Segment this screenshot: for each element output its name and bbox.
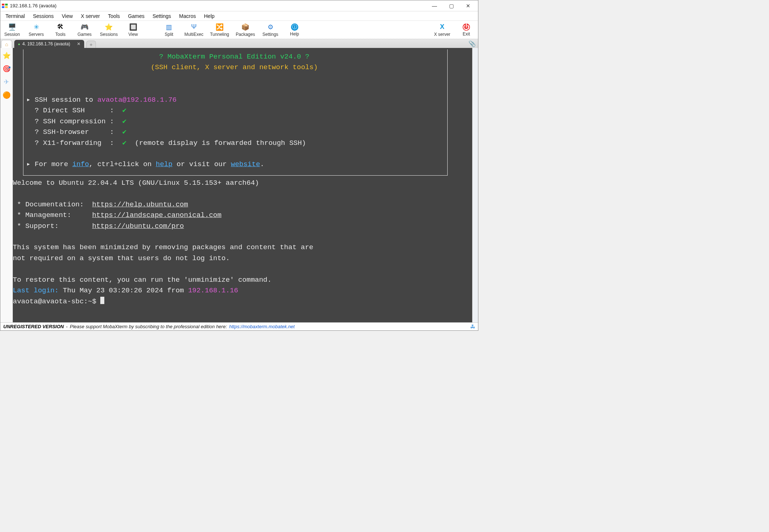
split-button[interactable]: ▥Split bbox=[160, 23, 178, 37]
help-link[interactable]: help bbox=[156, 160, 173, 168]
menu-tools[interactable]: Tools bbox=[104, 12, 124, 20]
paperplane-icon[interactable]: ✈ bbox=[4, 78, 9, 86]
help-button[interactable]: ⓘHelp bbox=[286, 23, 303, 37]
menu-sessions[interactable]: Sessions bbox=[29, 12, 57, 20]
statusbar: UNREGISTERED VERSION - Please support Mo… bbox=[0, 322, 478, 330]
cursor bbox=[100, 297, 104, 304]
exit-button[interactable]: ⏻Exit bbox=[458, 23, 475, 37]
minimize-button[interactable]: — bbox=[426, 0, 443, 11]
session-tab[interactable]: ● 4. 192.168.1.76 (avaota) ✕ bbox=[14, 40, 84, 48]
tools-button[interactable]: 🛠Tools bbox=[52, 23, 69, 37]
terminal-wrap: ? MobaXterm Personal Edition v24.0 ? (SS… bbox=[13, 48, 478, 322]
dot: . bbox=[260, 160, 264, 168]
status-message: Please support MobaXterm by subscribing … bbox=[70, 324, 227, 329]
ssh-browser-line: ? SSH-browser : bbox=[35, 128, 118, 136]
menu-terminal[interactable]: Terminal bbox=[2, 12, 29, 20]
multiexec-icon: Ψ bbox=[190, 23, 198, 31]
toolbar-left: 🖥️Session ✳Servers 🛠Tools 🎮Games ⭐Sessio… bbox=[3, 23, 303, 37]
xserver-icon: X bbox=[438, 23, 446, 31]
tabstrip: ⌂ ● 4. 192.168.1.76 (avaota) ✕ + 📎 bbox=[0, 39, 478, 48]
lastlogin-ip: 192.168.1.16 bbox=[188, 286, 238, 295]
view-icon: 🔲 bbox=[129, 23, 137, 31]
ssh-compression-line: ? SSH compression : bbox=[35, 117, 118, 125]
lastlogin-label: Last login: bbox=[13, 286, 59, 295]
split-icon: ▥ bbox=[165, 23, 173, 31]
sup-label: * Support: bbox=[13, 222, 92, 230]
multiexec-label: MultiExec bbox=[184, 32, 204, 37]
more-mid: , ctrl+click on bbox=[89, 160, 156, 168]
xserver-button[interactable]: XX server bbox=[433, 23, 451, 37]
terminal[interactable]: ? MobaXterm Personal Edition v24.0 ? (SS… bbox=[13, 48, 472, 322]
servers-icon: ✳ bbox=[32, 23, 40, 31]
session-label: Session bbox=[4, 32, 20, 37]
close-button[interactable]: ✕ bbox=[460, 0, 477, 11]
scrollbar[interactable] bbox=[472, 48, 478, 322]
games-button[interactable]: 🎮Games bbox=[76, 23, 93, 37]
check-icon: ✔ bbox=[122, 106, 126, 115]
target-icon[interactable]: 🎯 bbox=[3, 65, 11, 73]
network-icon[interactable]: 🖧 bbox=[470, 324, 475, 329]
menu-view[interactable]: View bbox=[58, 12, 76, 20]
home-icon: ⌂ bbox=[5, 41, 8, 47]
direct-ssh-line: ? Direct SSH : bbox=[35, 106, 118, 115]
xserver-label: X server bbox=[434, 32, 451, 37]
home-tab[interactable]: ⌂ bbox=[1, 40, 12, 48]
prompt: avaota@avaota-sbc:~$ bbox=[13, 297, 100, 306]
minimize-line-2: not required on a system that users do n… bbox=[13, 254, 230, 262]
svg-rect-1 bbox=[5, 4, 8, 5]
games-label: Games bbox=[78, 32, 92, 37]
add-tab[interactable]: + bbox=[86, 41, 96, 48]
mgmt-url[interactable]: https://landscape.canonical.com bbox=[92, 211, 221, 219]
tab-close-icon[interactable]: ✕ bbox=[77, 41, 81, 46]
session-icon: 🖥️ bbox=[8, 23, 16, 31]
check-icon: ✔ bbox=[122, 139, 126, 147]
paperclip-icon[interactable]: 📎 bbox=[469, 40, 476, 47]
session-button[interactable]: 🖥️Session bbox=[3, 23, 21, 37]
lastlogin-rest: Thu May 23 03:20:26 2024 from bbox=[59, 286, 188, 295]
maximize-button[interactable]: ▢ bbox=[443, 0, 460, 11]
toolbar-right: XX server ⏻Exit bbox=[433, 23, 475, 37]
globe-icon[interactable]: 🟠 bbox=[3, 91, 11, 99]
servers-button[interactable]: ✳Servers bbox=[27, 23, 45, 37]
ssh-target: avaota@192.168.1.76 bbox=[97, 96, 177, 104]
settings-label: Settings bbox=[262, 32, 278, 37]
tunneling-icon: 🔀 bbox=[216, 23, 224, 31]
doc-url[interactable]: https://help.ubuntu.com bbox=[92, 201, 188, 209]
menu-xserver[interactable]: X server bbox=[77, 12, 104, 20]
status-url[interactable]: https://mobaxterm.mobatek.net bbox=[229, 324, 295, 329]
menu-games[interactable]: Games bbox=[124, 12, 148, 20]
toolbar: 🖥️Session ✳Servers 🛠Tools 🎮Games ⭐Sessio… bbox=[0, 21, 478, 39]
minimize-line-1: This system has been minimized by removi… bbox=[13, 243, 313, 251]
sup-url[interactable]: https://ubuntu.com/pro bbox=[92, 222, 184, 230]
app-icon bbox=[2, 3, 8, 9]
help-icon: ⓘ bbox=[291, 23, 298, 31]
star-icon[interactable]: ⭐ bbox=[3, 52, 11, 60]
banner-title: ? MobaXterm Personal Edition v24.0 ? bbox=[159, 53, 309, 61]
window-title: 192.168.1.76 (avaota) bbox=[10, 3, 426, 8]
svg-rect-3 bbox=[5, 6, 8, 8]
unregistered-label: UNREGISTERED VERSION bbox=[3, 324, 64, 329]
tools-label: Tools bbox=[55, 32, 66, 37]
left-sidebar: ⭐ 🎯 ✈ 🟠 bbox=[0, 48, 13, 322]
x11-note: (remote display is forwarded through SSH… bbox=[127, 139, 306, 147]
packages-button[interactable]: 📦Packages bbox=[236, 23, 255, 37]
multiexec-button[interactable]: ΨMultiExec bbox=[184, 23, 204, 37]
menu-help[interactable]: Help bbox=[200, 12, 218, 20]
info-link[interactable]: info bbox=[72, 160, 89, 168]
menu-macros[interactable]: Macros bbox=[175, 12, 199, 20]
ssh-prefix: ▸ SSH session to bbox=[26, 96, 97, 104]
connection-status-icon: ● bbox=[18, 42, 20, 46]
tools-icon: 🛠 bbox=[56, 23, 64, 31]
packages-label: Packages bbox=[236, 32, 255, 37]
sessions-button[interactable]: ⭐Sessions bbox=[100, 23, 118, 37]
banner-box: ? MobaXterm Personal Edition v24.0 ? (SS… bbox=[23, 49, 448, 176]
settings-button[interactable]: ⚙Settings bbox=[262, 23, 279, 37]
games-icon: 🎮 bbox=[81, 23, 89, 31]
website-link[interactable]: website bbox=[231, 160, 260, 168]
sessions-label: Sessions bbox=[100, 32, 118, 37]
view-button[interactable]: 🔲View bbox=[124, 23, 142, 37]
tunneling-button[interactable]: 🔀Tunneling bbox=[210, 23, 229, 37]
menu-settings[interactable]: Settings bbox=[149, 12, 175, 20]
view-label: View bbox=[128, 32, 138, 37]
menubar: Terminal Sessions View X server Tools Ga… bbox=[0, 11, 478, 21]
